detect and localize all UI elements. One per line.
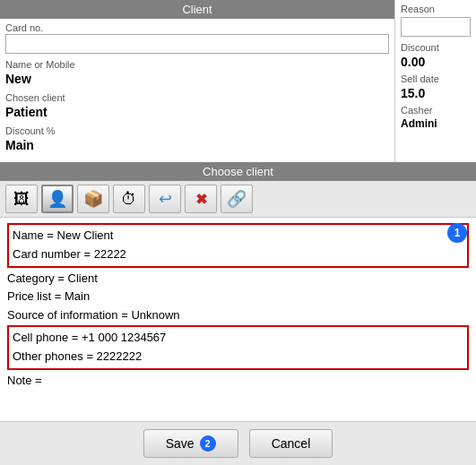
chosen-client-value: Patient [5,104,389,120]
info-area: 1 Name = New Client Card number = 22222 … [0,218,476,421]
photo-icon: 🖼 [13,190,30,209]
box-icon: 📦 [83,189,103,209]
bottom-bar: Save 2 Cancel [0,421,476,465]
delete-btn[interactable]: ✖ [185,185,217,213]
cancel-label: Cancel [272,436,311,451]
sell-date-label: Sell date [395,70,476,85]
choose-client-header: Choose client [0,162,476,181]
info-badge: 1 [447,223,467,243]
delete-icon: ✖ [195,191,207,208]
info-note-line: Note = [7,372,469,391]
name-mobile-label: Name or Mobile [5,59,389,70]
person-btn[interactable]: 👤 [41,185,74,213]
client-header: Client [0,0,394,19]
arrow-btn[interactable]: ↩ [149,185,181,213]
arrow-icon: ↩ [159,189,172,209]
cancel-button[interactable]: Cancel [249,429,333,458]
card-no-label: Card no. [5,22,389,33]
person-icon: 👤 [48,189,67,209]
info-pricelist-line: Price list = Main [7,288,469,306]
chosen-client-label: Chosen client [5,92,389,103]
key-icon: 🔗 [227,189,247,209]
save-button[interactable]: Save 2 [143,429,238,458]
clock-icon: ⏱ [121,190,137,209]
card-no-input[interactable] [5,34,389,54]
casher-value: Admini [395,116,476,131]
info-name-line: Name = New Client [13,227,463,245]
info-other-line: Other phones = 2222222 [13,348,463,366]
discount-right-value: 0.00 [395,54,476,70]
info-card-line: Card number = 22222 [13,245,463,264]
info-category-line: Category = Client [7,270,469,288]
reason-label: Reason [395,0,476,15]
discount-pct-label: Discount % [5,125,389,136]
clock-btn[interactable]: ⏱ [113,185,145,213]
discount-pct-value: Main [5,137,389,153]
photo-btn[interactable]: 🖼 [5,185,38,213]
info-source-line: Source of information = Unknown [7,306,469,325]
sell-date-value: 15.0 [395,85,476,101]
save-label: Save [166,436,195,451]
toolbar: 🖼 👤 📦 ⏱ ↩ ✖ 🔗 [0,181,476,218]
casher-label: Casher [395,101,476,116]
save-badge: 2 [200,435,216,452]
name-mobile-value: New [5,71,389,87]
box-btn[interactable]: 📦 [77,185,109,213]
discount-right-label: Discount [395,39,476,54]
key-btn[interactable]: 🔗 [221,185,253,213]
info-cell-line: Cell phone = +1 000 1234567 [13,329,463,348]
